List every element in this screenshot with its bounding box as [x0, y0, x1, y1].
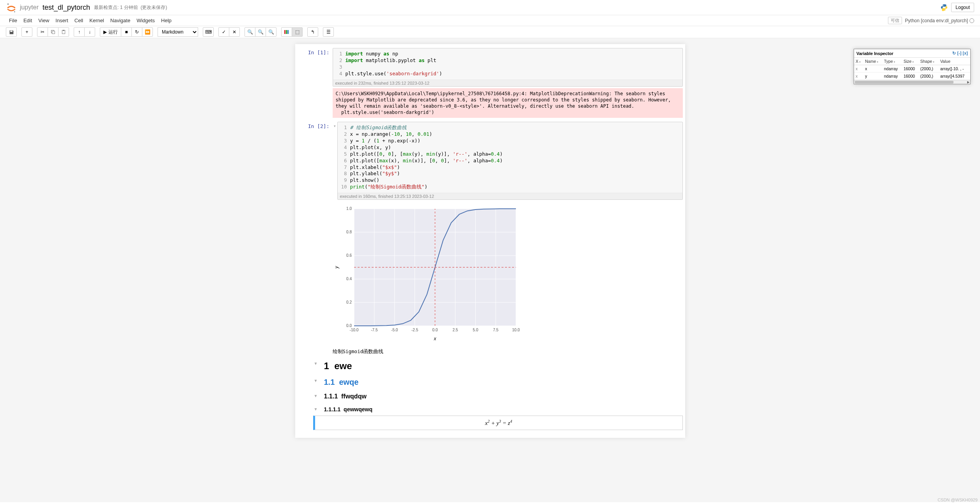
menu-view[interactable]: View [35, 16, 52, 25]
interrupt-button[interactable]: ■ [121, 27, 132, 37]
svg-text:0.8: 0.8 [346, 230, 352, 234]
menu-cell[interactable]: Cell [71, 16, 86, 25]
vi-row[interactable]: x y ndarray 16000 (2000,) array([4.5397 [854, 73, 970, 80]
vi-scroll-thumb[interactable] [855, 81, 953, 84]
markdown-h1[interactable]: ▼ 1 ewe [298, 357, 683, 375]
markdown-h3[interactable]: ▼ 1.1.1 ffwqdqw [298, 390, 683, 403]
tb-format-button[interactable]: ⬚ [292, 27, 303, 37]
trusted-indicator[interactable]: 可信 [888, 17, 902, 24]
keyboard-icon: ⌨ [205, 29, 212, 35]
vi-header[interactable]: Variable Inspector ↻ [-] [x] [854, 49, 970, 58]
code-cell-2[interactable]: In [2]: ▾ 1# 绘制Sigmoid函数曲线 2x = np.arang… [298, 120, 683, 201]
move-up-button[interactable]: ↑ [74, 27, 85, 37]
fold-toggle[interactable]: ▼ [298, 405, 321, 414]
copy-button[interactable] [48, 27, 58, 37]
svg-text:0.4: 0.4 [346, 277, 352, 281]
jupyter-icon [6, 2, 17, 13]
kernel-status-icon [969, 18, 974, 23]
svg-text:y: y [334, 266, 339, 269]
notebook-title[interactable]: test_dl_pytorch [43, 4, 90, 12]
cut-button[interactable]: ✂ [37, 27, 48, 37]
markdown-h4[interactable]: ▼ 1.1.1.1 qewwqewq [298, 403, 683, 416]
vi-scroll-right-icon[interactable]: ▶ [967, 80, 969, 84]
svg-text:x: x [433, 336, 436, 341]
menu-navigate[interactable]: Navigate [107, 16, 133, 25]
cell-code[interactable]: 1import numpy as np 2import matplotlib.p… [333, 48, 682, 80]
move-down-button[interactable]: ↓ [84, 27, 95, 37]
vi-title: Variable Inspector [856, 51, 893, 56]
menu-kernel[interactable]: Kernel [86, 16, 107, 25]
fold-toggle[interactable]: ▼ [298, 359, 321, 373]
tb-zoom-out-button[interactable]: 🔍 [266, 27, 276, 37]
svg-rect-5 [63, 30, 64, 31]
collapse-toggle[interactable]: ▾ [333, 122, 337, 200]
code-cell-1[interactable]: In [1]: 1import numpy as np 2import matp… [298, 46, 683, 88]
jupyter-logo[interactable]: jupyter [6, 2, 39, 13]
vi-refresh-button[interactable]: ↻ [952, 51, 956, 55]
vi-scrollbar[interactable]: ▶ [854, 80, 970, 84]
svg-text:-10.0: -10.0 [349, 328, 358, 332]
vi-col-del[interactable]: X♦ [854, 58, 863, 65]
plus-icon: + [25, 29, 28, 35]
add-cell-button[interactable]: + [21, 27, 32, 37]
vi-delete-button[interactable]: x [854, 65, 863, 73]
play-icon: ▶ [103, 29, 107, 35]
latex-cell[interactable]: x2 + y3 = z4 [313, 416, 683, 430]
restart-run-all-button[interactable]: ⏩ [142, 27, 153, 37]
kernel-indicator[interactable]: Python [conda env:dl_pytorch] [905, 18, 974, 23]
vi-table: X♦ Name♦ Type♦ Size♦ Shape♦ Value x x nd… [854, 58, 970, 80]
svg-point-1 [14, 11, 15, 12]
markdown-h2[interactable]: ▼ 1.1 ewqe [298, 375, 683, 390]
svg-rect-8 [287, 30, 289, 34]
stderr-output: C:\Users\WSKH0929\AppData\Local\Temp\ipy… [333, 88, 683, 118]
sigmoid-chart: -10.0-7.5-5.0-2.50.02.55.07.510.00.00.20… [333, 203, 524, 343]
logout-button[interactable]: Logout [951, 3, 974, 12]
svg-rect-7 [286, 30, 287, 34]
tb-check-button[interactable]: ✓ [218, 27, 229, 37]
fold-toggle[interactable]: ▼ [298, 391, 321, 402]
save-button[interactable] [6, 27, 17, 37]
tb-zoom-reset-button[interactable]: 🔍 [255, 27, 266, 37]
vi-close-button[interactable]: [x] [963, 51, 968, 55]
celltype-select[interactable]: Markdown [158, 27, 198, 37]
svg-text:0.0: 0.0 [346, 323, 352, 328]
vi-col-size[interactable]: Size♦ [902, 58, 919, 65]
exec-time: executed in 232ms, finished 13:25:12 202… [333, 80, 682, 86]
cell-input-area[interactable]: 1import numpy as np 2import matplotlib.p… [333, 48, 683, 87]
svg-text:10.0: 10.0 [512, 328, 520, 332]
cell-prompt: In [2]: [298, 122, 333, 200]
vi-row[interactable]: x x ndarray 16000 (2000,) array([-10. , … [854, 65, 970, 73]
reply-icon: ↰ [311, 29, 315, 35]
vi-col-shape[interactable]: Shape♦ [919, 58, 939, 65]
stop-icon: ■ [125, 29, 128, 35]
menu-help[interactable]: Help [158, 16, 175, 25]
arrow-up-icon: ↑ [78, 29, 80, 35]
menu-insert[interactable]: Insert [52, 16, 71, 25]
vi-delete-button[interactable]: x [854, 73, 863, 80]
tb-cancel-button[interactable]: ✕ [229, 27, 240, 37]
variable-inspector[interactable]: Variable Inspector ↻ [-] [x] X♦ Name♦ Ty… [854, 49, 971, 84]
paste-button[interactable] [58, 27, 69, 37]
vi-name: x [863, 65, 882, 73]
menu-file[interactable]: File [6, 16, 20, 25]
run-button[interactable]: ▶运行 [100, 27, 121, 37]
tb-list-button[interactable]: ☰ [323, 27, 334, 37]
fold-toggle[interactable]: ▼ [298, 376, 321, 388]
tb-zoom-in-button[interactable]: 🔍 [245, 27, 255, 37]
vi-minimize-button[interactable]: [-] [957, 51, 961, 55]
restart-button[interactable]: ↻ [131, 27, 142, 37]
menu-widgets[interactable]: Widgets [133, 16, 158, 25]
vi-col-name[interactable]: Name♦ [863, 58, 882, 65]
vi-size: 16000 [902, 65, 919, 73]
command-palette-button[interactable]: ⌨ [203, 27, 214, 37]
tb-send-button[interactable]: ↰ [307, 27, 318, 37]
menu-edit[interactable]: Edit [20, 16, 35, 25]
cell-input-area[interactable]: 1# 绘制Sigmoid函数曲线 2x = np.arange(-10, 10,… [337, 122, 683, 200]
vi-col-type[interactable]: Type♦ [883, 58, 902, 65]
tb-vars-button[interactable] [281, 27, 292, 37]
svg-rect-3 [52, 31, 55, 34]
fast-forward-icon: ⏩ [145, 29, 151, 35]
paste-icon [61, 30, 66, 34]
cell-code[interactable]: 1# 绘制Sigmoid函数曲线 2x = np.arange(-10, 10,… [338, 122, 682, 193]
vi-col-value[interactable]: Value [939, 58, 970, 65]
